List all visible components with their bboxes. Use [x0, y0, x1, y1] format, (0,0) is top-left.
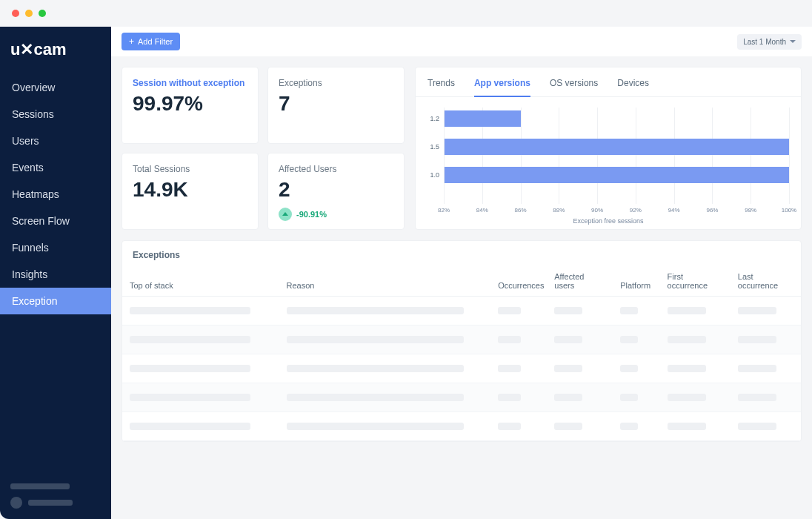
- skeleton-placeholder: [498, 394, 521, 401]
- sidebar-item-sessions[interactable]: Sessions: [0, 101, 111, 128]
- chart-body: 1.21.51.0 82%84%86%88%90%92%94%96%98%100…: [416, 97, 801, 229]
- skeleton-placeholder: [554, 423, 582, 430]
- skeleton-placeholder: [130, 365, 250, 372]
- tab-trends[interactable]: Trends: [427, 75, 455, 96]
- skeleton-placeholder: [498, 336, 521, 343]
- sidebar-nav: OverviewSessionsUsersEventsHeatmapsScree…: [0, 74, 111, 314]
- sidebar-item-exception[interactable]: Exception: [0, 288, 111, 314]
- bar-category-label: 1.0: [427, 171, 444, 179]
- skeleton-placeholder: [620, 307, 638, 314]
- skeleton-placeholder: [738, 336, 777, 343]
- skeleton-placeholder: [738, 365, 777, 372]
- skeleton-placeholder: [738, 307, 777, 314]
- trend-indicator: -90.91%: [279, 208, 393, 221]
- sidebar-item-screen-flow[interactable]: Screen Flow: [0, 208, 111, 234]
- exceptions-table: Top of stack Reason Occurrences Affected…: [122, 266, 801, 441]
- skeleton-placeholder: [668, 423, 707, 430]
- tab-devices[interactable]: Devices: [617, 75, 649, 96]
- skeleton-placeholder: [287, 394, 464, 401]
- skeleton-placeholder: [287, 365, 464, 372]
- skeleton-placeholder: [287, 336, 464, 343]
- skeleton-placeholder: [620, 365, 638, 372]
- window-minimize-dot[interactable]: [25, 10, 33, 17]
- skeleton-placeholder: [498, 365, 521, 372]
- table-row[interactable]: [122, 325, 801, 354]
- x-tick-label: 98%: [745, 207, 756, 214]
- chart-panel: TrendsApp versionsOS versionsDevices 1.2…: [415, 67, 802, 230]
- exceptions-table-panel: Exceptions Top of stack Reason Occurrenc…: [122, 240, 802, 442]
- sidebar-item-funnels[interactable]: Funnels: [0, 234, 111, 261]
- skeleton-placeholder: [130, 423, 250, 430]
- card-exceptions[interactable]: Exceptions 7: [267, 67, 405, 144]
- card-value: 14.9K: [133, 179, 247, 202]
- skeleton-placeholder: [498, 423, 521, 430]
- th-last-occurrence[interactable]: Last occurrence: [731, 266, 801, 297]
- card-value: 99.97%: [133, 93, 247, 116]
- bar-chart: 1.21.51.0: [427, 108, 789, 204]
- skeleton-placeholder: [130, 307, 250, 314]
- bar[interactable]: [445, 139, 789, 155]
- brand-logo: u✕cam: [0, 27, 111, 74]
- app-window: u✕cam OverviewSessionsUsersEventsHeatmap…: [0, 0, 812, 519]
- skeleton-placeholder: [668, 307, 707, 314]
- skeleton-placeholder: [620, 336, 638, 343]
- card-title: Total Sessions: [133, 164, 247, 174]
- card-total-sessions[interactable]: Total Sessions 14.9K: [122, 153, 259, 230]
- x-tick-label: 92%: [630, 207, 642, 214]
- x-tick-label: 100%: [782, 207, 796, 214]
- date-range-selector[interactable]: Last 1 Month: [737, 34, 802, 50]
- sidebar-item-heatmaps[interactable]: Heatmaps: [0, 181, 111, 208]
- table-row[interactable]: [122, 383, 801, 412]
- x-tick-label: 84%: [476, 207, 488, 214]
- th-reason[interactable]: Reason: [279, 266, 491, 297]
- tab-os-versions[interactable]: OS versions: [550, 75, 598, 96]
- skeleton-placeholder: [738, 394, 777, 401]
- skeleton-placeholder: [620, 423, 638, 430]
- card-value: 7: [279, 93, 393, 116]
- th-occurrences[interactable]: Occurrences: [490, 266, 547, 297]
- card-affected-users[interactable]: Affected Users 2 -90.91%: [267, 153, 405, 230]
- sidebar-footer: [0, 473, 111, 519]
- card-title: Exceptions: [279, 78, 393, 88]
- x-tick-label: 90%: [591, 207, 603, 214]
- table-title: Exceptions: [122, 241, 801, 266]
- table-row[interactable]: [122, 297, 801, 325]
- th-top-of-stack[interactable]: Top of stack: [122, 266, 279, 297]
- bar[interactable]: [445, 167, 789, 183]
- skeleton-placeholder: [554, 336, 582, 343]
- sidebar-item-events[interactable]: Events: [0, 154, 111, 181]
- th-platform[interactable]: Platform: [613, 266, 659, 297]
- th-affected-users[interactable]: Affected users: [547, 266, 613, 297]
- skeleton-placeholder: [554, 394, 582, 401]
- skeleton-placeholder: [287, 307, 464, 314]
- window-close-dot[interactable]: [12, 10, 19, 17]
- window-maximize-dot[interactable]: [39, 10, 46, 17]
- sidebar-item-users[interactable]: Users: [0, 128, 111, 154]
- card-title: Affected Users: [279, 164, 393, 174]
- table-row[interactable]: [122, 354, 801, 383]
- bar-row: 1.5: [427, 136, 789, 158]
- bar[interactable]: [445, 110, 521, 127]
- main-content: + Add Filter Last 1 Month Session withou…: [111, 27, 812, 519]
- card-session-without-exception[interactable]: Session without exception 99.97%: [122, 67, 259, 144]
- x-tick-label: 94%: [668, 207, 680, 214]
- bar-row: 1.2: [427, 108, 789, 130]
- add-filter-button[interactable]: + Add Filter: [122, 33, 180, 50]
- trend-up-icon: [279, 208, 292, 221]
- sidebar-item-overview[interactable]: Overview: [0, 74, 111, 101]
- toolbar: + Add Filter Last 1 Month: [111, 27, 812, 56]
- table-row[interactable]: [122, 412, 801, 441]
- skeleton-placeholder: [668, 336, 707, 343]
- bar-category-label: 1.2: [427, 115, 444, 122]
- sidebar-item-insights[interactable]: Insights: [0, 261, 111, 288]
- skeleton-placeholder: [554, 365, 582, 372]
- skeleton-placeholder: [498, 307, 521, 314]
- chevron-down-icon: [790, 40, 796, 43]
- skeleton-placeholder: [287, 423, 464, 430]
- skeleton-placeholder: [620, 394, 638, 401]
- sidebar: u✕cam OverviewSessionsUsersEventsHeatmap…: [0, 27, 111, 519]
- tab-app-versions[interactable]: App versions: [474, 75, 530, 97]
- skeleton-placeholder: [668, 365, 707, 372]
- th-first-occurrence[interactable]: First occurrence: [660, 266, 731, 297]
- skeleton-placeholder: [554, 307, 582, 314]
